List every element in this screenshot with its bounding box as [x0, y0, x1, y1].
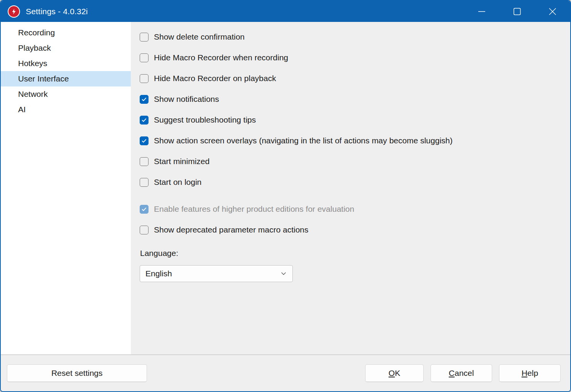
sidebar-item-label: AI [18, 105, 26, 114]
help-button[interactable]: Help [499, 364, 561, 382]
minimize-icon [478, 7, 486, 16]
sidebar-item-recording[interactable]: Recording [1, 25, 131, 40]
checkbox-enable-higher-edition-features: Enable features of higher product editio… [131, 199, 570, 219]
checkbox-label: Show deprecated parameter macro actions [154, 225, 309, 234]
checkbox-label: Suggest troubleshooting tips [154, 115, 256, 125]
checkbox-box[interactable] [140, 136, 149, 145]
language-dropdown[interactable]: English [140, 265, 293, 282]
main-area: Recording Playback Hotkeys User Interfac… [1, 22, 570, 354]
help-label: Help [521, 369, 538, 378]
chevron-down-icon [280, 270, 287, 277]
checkbox-label: Hide Macro Recorder when recording [154, 53, 288, 62]
checkbox-label: Show delete confirmation [154, 32, 245, 42]
cancel-button[interactable]: Cancel [431, 364, 492, 382]
checkbox-hide-on-playback[interactable]: Hide Macro Recorder on playback [131, 68, 570, 89]
close-icon [548, 7, 557, 16]
checkbox-suggest-troubleshooting-tips[interactable]: Suggest troubleshooting tips [131, 110, 570, 130]
checkbox-box[interactable] [140, 178, 149, 187]
macro-recorder-app-icon [8, 5, 20, 18]
check-icon [141, 138, 147, 144]
checkbox-start-on-login[interactable]: Start on login [131, 172, 570, 193]
checkbox-hide-when-recording[interactable]: Hide Macro Recorder when recording [131, 47, 570, 68]
checkbox-label: Show action screen overlays (navigating … [154, 136, 452, 145]
maximize-button[interactable] [499, 1, 535, 22]
ok-label: OK [389, 369, 400, 378]
language-label: Language: [140, 247, 570, 259]
checkbox-box[interactable] [140, 157, 149, 166]
sidebar-item-label: User Interface [18, 74, 69, 83]
checkbox-label: Start on login [154, 178, 202, 187]
checkbox-start-minimized[interactable]: Start minimized [131, 151, 570, 172]
checkbox-show-deprecated-parameter-macro-actions[interactable]: Show deprecated parameter macro actions [131, 219, 570, 240]
reset-settings-button[interactable]: Reset settings [7, 364, 147, 382]
ok-button[interactable]: OK [365, 364, 424, 382]
window-title: Settings - 4.0.32i [26, 7, 88, 16]
sidebar-item-user-interface[interactable]: User Interface [1, 71, 131, 86]
sidebar-item-ai[interactable]: AI [1, 102, 131, 117]
titlebar: Settings - 4.0.32i [1, 1, 570, 22]
checkbox-label: Enable features of higher product editio… [154, 204, 354, 214]
lightning-bolt-icon [10, 8, 17, 15]
checkbox-label: Hide Macro Recorder on playback [154, 74, 276, 83]
caption-buttons [464, 1, 570, 22]
sidebar-item-label: Hotkeys [18, 59, 47, 68]
language-selected-value: English [145, 269, 172, 278]
checkbox-box[interactable] [140, 95, 149, 104]
checkbox-box[interactable] [140, 33, 149, 42]
cancel-label: Cancel [449, 369, 474, 378]
sidebar-item-label: Playback [18, 43, 51, 53]
checkbox-label: Start minimized [154, 157, 210, 166]
maximize-icon [513, 7, 521, 16]
close-button[interactable] [535, 1, 570, 22]
sidebar-item-label: Network [18, 90, 48, 99]
minimize-button[interactable] [464, 1, 499, 22]
checkbox-box[interactable] [140, 116, 149, 125]
check-icon [141, 206, 147, 212]
sidebar-item-network[interactable]: Network [1, 86, 131, 102]
checkbox-show-action-screen-overlays[interactable]: Show action screen overlays (navigating … [131, 130, 570, 151]
sidebar-item-playback[interactable]: Playback [1, 40, 131, 56]
check-icon [141, 117, 147, 123]
settings-panel: Show delete confirmation Hide Macro Reco… [131, 22, 570, 354]
settings-window: Settings - 4.0.32i Reco [0, 0, 571, 392]
checkbox-box[interactable] [140, 74, 149, 83]
checkbox-label: Show notifications [154, 95, 219, 104]
footer-bar: Reset settings OK Cancel Help [1, 354, 570, 391]
sidebar: Recording Playback Hotkeys User Interfac… [1, 22, 131, 354]
checkbox-box [140, 205, 149, 214]
footer-right-buttons: OK Cancel Help [365, 364, 561, 382]
sidebar-item-hotkeys[interactable]: Hotkeys [1, 56, 131, 71]
reset-settings-label: Reset settings [51, 369, 102, 378]
sidebar-item-label: Recording [18, 28, 55, 37]
checkbox-box[interactable] [140, 53, 149, 62]
check-icon [141, 96, 147, 102]
checkbox-box[interactable] [140, 226, 149, 234]
checkbox-show-notifications[interactable]: Show notifications [131, 89, 570, 110]
checkbox-show-delete-confirmation[interactable]: Show delete confirmation [131, 27, 570, 47]
